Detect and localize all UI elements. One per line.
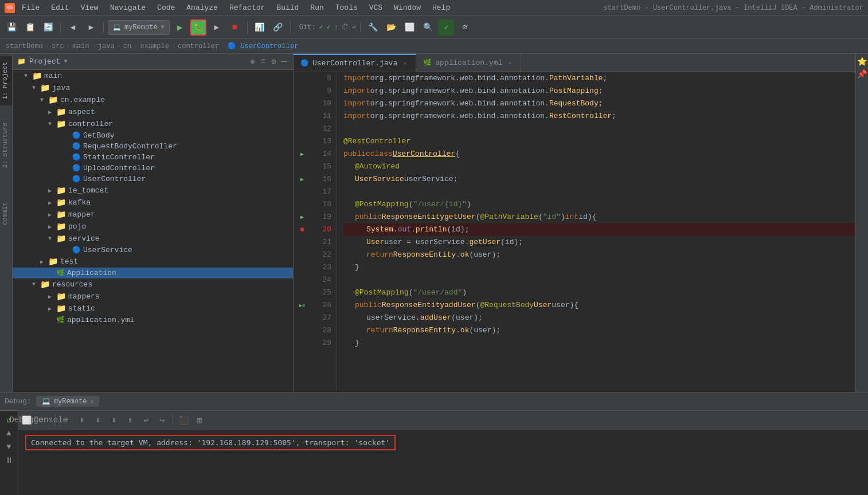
tree-action-minimize[interactable]: — (280, 56, 288, 67)
tree-action-locate[interactable]: ⊕ (248, 56, 256, 67)
filter-button[interactable]: ≡ (59, 413, 73, 427)
settings-button[interactable]: 🔧 (365, 19, 381, 36)
search-button[interactable]: 🔍 (420, 19, 436, 36)
tree-item-mapper[interactable]: ▶ 📁 mapper (13, 209, 293, 221)
tree-item-mappers[interactable]: ▶ 📁 mappers (13, 290, 293, 302)
debug-button[interactable]: 🐛 (190, 19, 206, 36)
tree-item-controller[interactable]: ▼ 📁 controller (13, 118, 293, 130)
pause-button[interactable]: ⏸ (3, 454, 15, 467)
tab-close-applicationyml[interactable]: ✕ (506, 59, 514, 67)
structure-button[interactable]: 📂 (383, 19, 399, 36)
save-button[interactable]: 💾 (3, 19, 19, 36)
menu-analyze[interactable]: Analyze (184, 2, 220, 13)
power-button[interactable]: ⊘ (456, 19, 472, 36)
run-gutter-icon-14[interactable]: ▶ (300, 151, 304, 158)
tree-action-settings[interactable]: ⚙ (269, 56, 277, 67)
menu-help[interactable]: Help (430, 2, 452, 13)
tree-item-getbody[interactable]: 🔵 GetBody (13, 130, 293, 141)
breadcrumb-usercontroller[interactable]: 🔵 UserController (228, 42, 298, 50)
breadcrumb-example[interactable]: example (140, 42, 169, 50)
tree-item-usercontroller[interactable]: 🔵 UserController (13, 174, 293, 184)
tree-action-collapse[interactable]: ≡ (259, 56, 267, 67)
tab-usercontroller[interactable]: 🔵 UserController.java ✕ (294, 54, 416, 72)
tree-item-aspect[interactable]: ▶ 📁 aspect (13, 106, 293, 118)
tab-applicationyml[interactable]: 🌿 application.yml ✕ (416, 54, 521, 72)
sync-button[interactable]: 🔄 (40, 19, 56, 36)
dbg-redo[interactable]: ↪ (155, 413, 169, 427)
debug-session-tab[interactable]: 💻 myRemote ✕ (36, 396, 100, 407)
console-tab-btn[interactable]: ⬜ Console (38, 413, 52, 427)
tree-item-java[interactable]: ▼ 📁 java (13, 82, 293, 94)
close-session-icon[interactable]: ✕ (90, 398, 93, 405)
git-fetch-icon[interactable]: ⏱ (342, 23, 349, 32)
notifications-button[interactable]: ✓ (438, 19, 454, 36)
dbg-merge[interactable]: ▥ (193, 413, 206, 427)
menu-run[interactable]: Run (308, 2, 326, 13)
tree-item-requestbodycontroller[interactable]: 🔵 RequestBodyController (13, 141, 293, 152)
tab-structure[interactable]: 2: Structure (0, 117, 12, 174)
run-config-dropdown[interactable]: 💻 myRemote ▼ (108, 20, 170, 35)
menu-navigate[interactable]: Navigate (108, 2, 148, 13)
dbg-split[interactable]: ⬛ (177, 413, 190, 427)
dbg-download[interactable]: ⬇ (107, 413, 121, 427)
tree-item-ietomcat[interactable]: ▶ 📁 ie_tomcat (13, 184, 293, 197)
breadcrumb-cn[interactable]: cn (123, 42, 131, 50)
run-with-coverage[interactable]: ▶ (209, 19, 225, 36)
git-tick-icon[interactable]: ✓ (327, 23, 331, 32)
forward-button[interactable]: ▶ (83, 19, 99, 36)
run-gutter-icon-16[interactable]: ▶ (300, 176, 304, 183)
dbg-step-up[interactable]: ⬆ (75, 413, 89, 427)
run-button[interactable]: ▶ (172, 19, 188, 36)
right-icon-2[interactable]: 📌 (857, 69, 867, 79)
step-over-up[interactable]: ▲ (3, 427, 15, 439)
tree-item-pojo[interactable]: ▶ 📁 pojo (13, 221, 293, 233)
tree-item-cn-example[interactable]: ▼ 📁 cn.example (13, 94, 293, 106)
menu-refactor[interactable]: Refactor (227, 2, 267, 13)
breadcrumb-controller[interactable]: controller (178, 42, 219, 50)
breadcrumb-src[interactable]: src (52, 42, 64, 50)
step-down[interactable]: ▼ (3, 441, 15, 453)
stop-button[interactable]: ■ (227, 19, 243, 36)
menu-bar[interactable]: File Edit View Navigate Code Analyze Ref… (19, 2, 452, 13)
menu-window[interactable]: Window (392, 2, 423, 13)
tree-item-service[interactable]: ▼ 📁 service (13, 233, 293, 245)
dbg-undo[interactable]: ↩ (139, 413, 153, 427)
menu-edit[interactable]: Edit (49, 2, 71, 13)
tree-item-static[interactable]: ▶ 📁 static (13, 302, 293, 315)
git-check-icon[interactable]: ✓ (319, 23, 323, 32)
tree-item-userservice[interactable]: 🔵 UserService (13, 245, 293, 256)
git-undo-icon[interactable]: ↩ (352, 23, 356, 32)
tree-item-application[interactable]: 🌿 Application (13, 268, 293, 278)
save-all-button[interactable]: 📋 (22, 19, 38, 36)
tab-project[interactable]: 1: Project (0, 56, 12, 105)
dbg-upload[interactable]: ⬆ (123, 413, 137, 427)
profiler-button[interactable]: 📊 (252, 19, 268, 36)
menu-file[interactable]: File (19, 2, 42, 13)
breakpoint-icon-20[interactable]: ● (299, 225, 305, 235)
tree-item-resources[interactable]: ▼ 📁 resources (13, 278, 293, 290)
tree-item-test[interactable]: ▶ 📁 test (13, 256, 293, 268)
tree-item-kafka[interactable]: ▶ 📁 kafka (13, 197, 293, 209)
menu-build[interactable]: Build (274, 2, 301, 13)
menu-tools[interactable]: Tools (333, 2, 360, 13)
layout-button[interactable]: ⬜ (401, 19, 417, 36)
dbg-step-down[interactable]: ⬇ (91, 413, 105, 427)
breadcrumb-java[interactable]: java (98, 42, 115, 50)
attach-button[interactable]: 🔗 (270, 19, 286, 36)
back-button[interactable]: ◀ (65, 19, 81, 36)
right-icon-1[interactable]: ⭐ (857, 56, 867, 66)
menu-vcs[interactable]: VCS (367, 2, 385, 13)
menu-code[interactable]: Code (155, 2, 177, 13)
tab-commit[interactable]: Commit (0, 197, 12, 231)
breadcrumb-startdemo[interactable]: startDemo (6, 42, 43, 50)
menu-view[interactable]: View (78, 2, 100, 13)
breadcrumb-main[interactable]: main (73, 42, 89, 50)
tree-item-staticcontroller[interactable]: 🔵 StaticController (13, 152, 293, 163)
tree-item-uploadcontroller[interactable]: 🔵 UploadController (13, 163, 293, 174)
code-content[interactable]: import org.springframework.web.bind.anno… (337, 72, 855, 392)
run-gutter-icon-19[interactable]: ▶ (300, 214, 304, 221)
tree-item-applicationyml[interactable]: 🌿 application.yml (13, 315, 293, 325)
tab-close-usercontroller[interactable]: ✕ (401, 60, 409, 68)
git-push-icon[interactable]: ↑ (334, 23, 338, 32)
tree-item-main[interactable]: ▼ 📁 main (13, 70, 293, 82)
